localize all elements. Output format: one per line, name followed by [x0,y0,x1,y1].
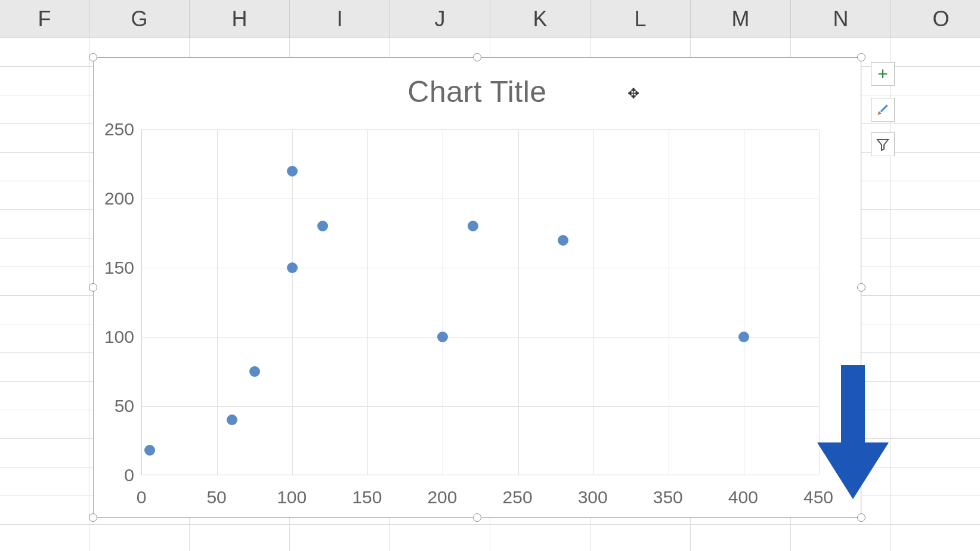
cell[interactable] [891,525,980,551]
cell[interactable] [290,525,390,551]
resize-handle-top-left[interactable] [89,53,97,61]
y-axis-tick-label: 200 [86,188,134,209]
x-axis-tick-label: 200 [418,487,466,507]
cell[interactable] [0,324,89,352]
gridline-vertical [819,129,820,475]
chart-elements-button[interactable]: + [871,62,895,86]
column-header-N[interactable]: N [791,0,891,38]
cell[interactable] [0,410,89,438]
cell[interactable] [891,95,980,123]
plus-icon: + [877,64,888,84]
cell[interactable] [891,410,980,438]
y-axis-tick-label: 0 [86,465,134,485]
cell[interactable] [0,153,89,181]
column-header-L[interactable]: L [591,0,691,38]
resize-handle-left[interactable] [89,283,97,292]
gridline-vertical [669,129,669,475]
cell[interactable] [891,239,980,267]
cell[interactable] [0,38,89,66]
cell[interactable] [0,95,89,123]
cell[interactable] [190,525,290,551]
column-header-M[interactable]: M [691,0,791,38]
cell[interactable] [891,296,980,324]
cell[interactable] [0,124,89,152]
chart-object[interactable]: Chart Title ✥ 05010015020025005010015020… [93,57,861,518]
column-header-F[interactable]: F [0,0,89,38]
column-header-J[interactable]: J [390,0,490,38]
x-axis-tick-label: 350 [644,487,692,507]
gridline-vertical [292,129,293,475]
gridline-vertical [367,129,368,475]
column-header-H[interactable]: H [190,0,290,38]
gridline-horizontal [142,406,818,407]
data-point[interactable] [227,414,237,425]
column-header-I[interactable]: I [290,0,390,38]
resize-handle-bottom-left[interactable] [89,513,97,522]
resize-handle-top-right[interactable] [857,53,865,61]
resize-handle-top[interactable] [473,53,481,61]
cell[interactable] [891,153,980,181]
funnel-icon [876,137,890,151]
brush-icon [875,102,891,117]
data-point[interactable] [437,332,448,342]
column-header-O[interactable]: O [891,0,980,38]
column-headers-row: FGHIJKLMNO [0,0,980,38]
cell[interactable] [0,525,89,551]
resize-handle-bottom[interactable] [473,513,481,522]
data-point[interactable] [249,366,260,377]
cell[interactable] [0,382,89,410]
resize-handle-bottom-right[interactable] [857,513,865,522]
cell[interactable] [0,296,89,324]
cell[interactable] [591,525,691,551]
cell[interactable] [891,353,980,381]
cell[interactable] [891,210,980,238]
cell[interactable] [891,468,980,496]
data-point[interactable] [738,332,749,342]
data-point[interactable] [287,262,298,273]
cell[interactable] [891,382,980,410]
gridline-horizontal [142,268,818,268]
chart-filter-button[interactable] [871,132,895,156]
data-point[interactable] [144,445,155,456]
cell[interactable] [0,468,89,496]
cell[interactable] [490,525,591,551]
column-header-G[interactable]: G [89,0,190,38]
x-axis-tick-label: 400 [719,487,767,507]
gridline-vertical [443,129,443,475]
chart-styles-button[interactable] [871,98,895,122]
column-header-K[interactable]: K [490,0,591,38]
resize-handle-right[interactable] [857,283,865,292]
cell[interactable] [891,496,980,524]
cell[interactable] [390,525,490,551]
x-axis-tick-label: 300 [569,487,617,507]
cell[interactable] [0,181,89,209]
data-point[interactable] [468,221,478,231]
gridline-horizontal [142,199,818,199]
cell[interactable] [891,439,980,467]
cell[interactable] [891,324,980,352]
cell[interactable] [791,525,891,551]
gridline-vertical [217,129,218,475]
data-point[interactable] [558,235,568,246]
cell[interactable] [0,439,89,467]
plot-area[interactable]: 0501001502002500501001502002503003504004… [141,129,818,475]
cell[interactable] [0,496,89,524]
data-point[interactable] [287,166,298,177]
cell[interactable] [891,267,980,295]
cell[interactable] [89,525,190,551]
cell[interactable] [0,239,89,267]
x-axis-tick-label: 250 [494,487,542,507]
cell[interactable] [891,67,980,95]
cell[interactable] [891,38,980,66]
cell[interactable] [891,124,980,152]
cell[interactable] [691,525,791,551]
y-axis-tick-label: 250 [86,119,134,140]
cell[interactable] [0,353,89,381]
chart-title[interactable]: Chart Title [94,58,861,109]
cell[interactable] [0,210,89,238]
data-point[interactable] [317,221,328,231]
gridline-horizontal [142,337,818,338]
cell[interactable] [0,67,89,95]
cell[interactable] [891,181,980,209]
cell[interactable] [0,267,89,295]
